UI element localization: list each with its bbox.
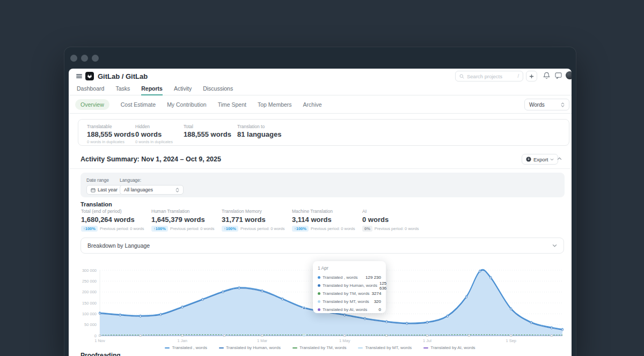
- window-control-close[interactable]: [70, 55, 77, 62]
- legend-dash-icon: [165, 347, 170, 348]
- data-point-marker: [465, 296, 467, 298]
- app-header: GitLab / GitLab Search projects /: [69, 69, 572, 84]
- tab-activity[interactable]: Activity: [174, 85, 192, 95]
- plus-icon: [529, 74, 534, 79]
- data-point-marker: [447, 316, 448, 317]
- language-label: Language:: [120, 177, 141, 183]
- translation-heading: Translation: [80, 201, 112, 207]
- breakdown-by-language-card[interactable]: Breakdown by Language: [80, 238, 564, 254]
- language-select[interactable]: All languages: [120, 185, 184, 195]
- report-subnav: OverviewCost EstimateMy ContributionTime…: [69, 95, 572, 114]
- translation-stat-label: Machine Translation: [292, 209, 362, 214]
- hover-point-translated-by-human-words: [303, 307, 305, 309]
- app-page: GitLab / GitLab Search projects / Dashbo…: [69, 69, 572, 356]
- tab-dashboard[interactable]: Dashboard: [77, 85, 104, 95]
- tooltip-rows: Translated , words129 230Translated by H…: [318, 273, 381, 314]
- translation-stat-meta: 0%Previous period: 0 words: [362, 226, 433, 232]
- window-control-minimize[interactable]: [81, 55, 88, 62]
- search-icon: [459, 74, 464, 79]
- create-new-button[interactable]: [526, 71, 537, 81]
- overview-stat-sub: 0 words in duplicates: [135, 139, 184, 144]
- trend-badge: ↑100%: [151, 226, 168, 232]
- tab-reports[interactable]: Reports: [141, 85, 163, 95]
- data-point-marker: [364, 318, 365, 320]
- previous-period-text: Previous period: 0 words: [170, 226, 215, 231]
- subtab-archive[interactable]: Archive: [303, 101, 322, 108]
- trend-badge: ↑100%: [292, 226, 309, 232]
- search-input[interactable]: Search projects /: [455, 71, 523, 81]
- legend-label: Translated by MT, words: [365, 345, 412, 350]
- x-axis-tick-label: 1 Mar: [257, 338, 268, 343]
- user-avatar[interactable]: [566, 71, 572, 79]
- gitlab-logo[interactable]: [85, 72, 94, 80]
- data-point-marker: [344, 314, 346, 316]
- legend-item-translated-by-ai-words[interactable]: Translated by AI, words: [423, 345, 475, 350]
- export-caret-icon: [550, 158, 554, 161]
- subtab-time-spent[interactable]: Time Spent: [218, 101, 246, 108]
- trend-badge: 0%: [362, 226, 372, 232]
- translation-stat-value: 0 words: [362, 216, 433, 224]
- tooltip-row: Translated by MT, words320: [318, 298, 381, 306]
- bell-icon[interactable]: [543, 72, 550, 79]
- tooltip-series-value: 3274: [372, 291, 382, 296]
- tooltip-series-label: Translated , words: [323, 275, 363, 280]
- collapse-chevron-icon[interactable]: [557, 157, 562, 160]
- legend-item-translated-words[interactable]: Translated , words: [165, 345, 207, 350]
- translation-stat-value: 1,680,264 words: [81, 216, 151, 224]
- chat-icon[interactable]: [555, 72, 562, 79]
- overview-stat-value: 81 languages: [237, 130, 281, 138]
- legend-label: Translated by AI, words: [430, 345, 475, 350]
- legend-item-translated-by-tm-words[interactable]: Translated by TM, words: [292, 345, 347, 350]
- unit-select-value: Words: [529, 102, 545, 108]
- month-tick-marker: [140, 335, 141, 337]
- overview-stat-translation-to: Translation to81 languages: [237, 124, 281, 145]
- tab-discussions[interactable]: Discussions: [203, 85, 233, 95]
- month-tick-marker: [223, 335, 225, 337]
- calendar-icon: [91, 188, 96, 192]
- data-point-marker: [222, 291, 224, 293]
- translation-stat-ai: AI0 words0%Previous period: 0 words: [362, 209, 433, 232]
- tooltip-series-value: 0: [379, 307, 381, 312]
- window-control-maximize[interactable]: [92, 55, 99, 62]
- select-arrows-icon: [561, 102, 565, 107]
- tooltip-row: Translated by Human, words125 636: [318, 281, 381, 290]
- page-title: GitLab / GitLab: [98, 72, 148, 80]
- overview-stat-sub: 0 words in duplicates: [87, 139, 135, 144]
- unit-select[interactable]: Words: [524, 99, 569, 110]
- translation-stats: Total (end of period)1,680,264 words↑100…: [81, 209, 433, 232]
- date-range-button[interactable]: Last year: [86, 185, 122, 195]
- overview-stat-total: Total188,555 words: [184, 124, 237, 145]
- legend-item-translated-by-mt-words[interactable]: Translated by MT, words: [358, 345, 412, 350]
- subtab-cost-estimate[interactable]: Cost Estimate: [121, 101, 156, 108]
- subtab-top-members[interactable]: Top Members: [258, 101, 292, 108]
- month-tick-marker: [427, 335, 428, 337]
- series-dot-icon: [318, 276, 320, 279]
- export-button[interactable]: Export: [522, 154, 558, 165]
- subtab-my-contribution[interactable]: My Contribution: [167, 101, 207, 108]
- overview-stat-hidden: Hidden0 words0 words in duplicates: [135, 124, 184, 145]
- export-download-icon: [526, 157, 531, 162]
- data-point-marker: [140, 316, 141, 317]
- month-tick-marker: [469, 335, 470, 337]
- legend-item-translated-by-human-words[interactable]: Translated by Human, words: [219, 345, 281, 350]
- tanuki-icon: [87, 73, 92, 79]
- series-dot-icon: [318, 284, 320, 287]
- tab-tasks[interactable]: Tasks: [115, 85, 130, 95]
- series-dot-icon: [318, 292, 320, 295]
- proofreading-heading: Proofreading: [80, 352, 121, 356]
- hamburger-menu-icon[interactable]: [76, 74, 82, 78]
- overview-stat-value: 188,555 words: [184, 130, 237, 138]
- data-point-marker: [181, 307, 183, 308]
- tooltip-row: Translated by AI, words0: [318, 306, 381, 314]
- data-point-marker: [406, 323, 408, 324]
- x-axis-tick-label: 1 Sep: [506, 338, 516, 343]
- tooltip-series-label: Translated by MT, words: [323, 299, 372, 304]
- chart-tooltip: 1 Apr Translated , words129 230Translate…: [313, 261, 386, 313]
- x-axis-tick-label: 1 May: [339, 338, 350, 343]
- tooltip-series-value: 125 636: [379, 281, 386, 291]
- activity-summary-header: Activity Summary: Nov 1, 2024 – Oct 9, 2…: [69, 150, 572, 169]
- previous-period-text: Previous period: 0 words: [311, 226, 355, 231]
- y-axis-tick-label: 50 000: [84, 322, 97, 327]
- subtab-overview[interactable]: Overview: [75, 99, 109, 110]
- browser-window: GitLab / GitLab Search projects / Dashbo…: [64, 47, 576, 356]
